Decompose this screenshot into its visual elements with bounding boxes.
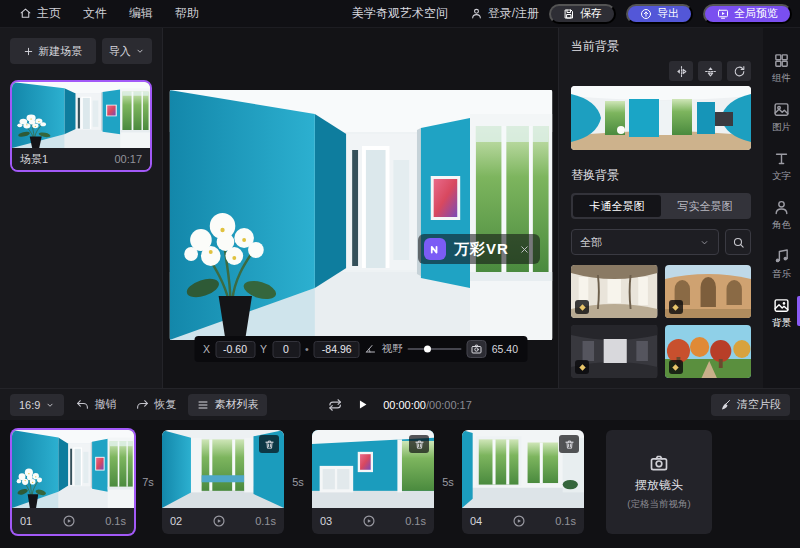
- background-panel: 当前背景 替换背景 卡通全景图 写实全景图 全部: [558, 28, 763, 388]
- panorama-thumbnail-4[interactable]: [665, 325, 752, 378]
- global-preview-button[interactable]: 全局预览: [703, 4, 792, 24]
- menu-help[interactable]: 帮助: [164, 0, 210, 28]
- image-icon: [773, 101, 790, 118]
- category-select[interactable]: 全部: [571, 229, 719, 255]
- clip-number: 02: [170, 515, 182, 527]
- time-current: 00:00:00: [383, 399, 426, 411]
- save-button[interactable]: 保存: [549, 4, 616, 24]
- clear-clips-button[interactable]: 清空片段: [711, 394, 790, 416]
- scene-name: 场景1: [20, 152, 48, 167]
- new-scene-button[interactable]: 新建场景: [10, 38, 96, 64]
- current-background-panorama[interactable]: [571, 86, 751, 150]
- sidebar-item-images[interactable]: 图片: [763, 93, 800, 142]
- project-title[interactable]: 美学奇观艺术空间: [352, 5, 448, 22]
- resource-badge: [669, 360, 683, 374]
- search-icon: [732, 236, 745, 249]
- gem-icon: [671, 363, 680, 372]
- sidebar-item-components[interactable]: 组件: [763, 44, 800, 93]
- y-input[interactable]: [272, 341, 300, 358]
- view-controls-bar: X Y • 视野 65.40: [194, 336, 527, 362]
- sidebar-item-label: 组件: [772, 72, 791, 85]
- timeline-clip-1[interactable]: 01 0.1s: [12, 430, 134, 534]
- sidebar-item-label: 图片: [772, 121, 791, 134]
- redo-label: 恢复: [154, 397, 176, 412]
- panorama-thumbnail-2[interactable]: [665, 265, 752, 318]
- import-label: 导入: [109, 44, 131, 59]
- timeline-toolbar: 16:9 撤销 恢复 素材列表 00:00:00/00:00:17 清空片段: [0, 388, 800, 420]
- clip-number: 01: [20, 515, 32, 527]
- timeline-clip-4[interactable]: 04 0.1s: [462, 430, 584, 534]
- topbar: 主页 文件 编辑 帮助 美学奇观艺术空间 登录/注册 保存 导出 全局预览: [0, 0, 800, 28]
- scene-duration: 00:17: [114, 153, 142, 165]
- scene-thumbnail: [12, 82, 150, 148]
- snapshot-camera-button[interactable]: [467, 340, 487, 358]
- save-label: 保存: [580, 6, 602, 21]
- search-button[interactable]: [725, 229, 751, 255]
- login-button[interactable]: 登录/注册: [470, 5, 539, 22]
- panorama-thumbnail-1[interactable]: [571, 265, 658, 318]
- watermark: 万彩VR: [418, 234, 540, 264]
- export-button[interactable]: 导出: [626, 4, 693, 24]
- place-camera-button[interactable]: 摆放镜头 (定格当前视角): [606, 430, 712, 534]
- x-input[interactable]: [215, 341, 255, 358]
- clip-duration: 0.1s: [255, 515, 276, 527]
- sidebar-item-background[interactable]: 背景: [763, 289, 800, 338]
- clip-play-icon[interactable]: [362, 514, 376, 528]
- gem-icon: [578, 363, 587, 372]
- clip-gap-duration: 5s: [284, 476, 312, 488]
- sidebar-item-text[interactable]: 文字: [763, 142, 800, 191]
- clip-gap-duration: 7s: [134, 476, 162, 488]
- clip-delete-button[interactable]: [259, 435, 279, 453]
- resource-badge: [669, 300, 683, 314]
- clip-gap-duration: 5s: [434, 476, 462, 488]
- trash-icon: [414, 439, 425, 450]
- clip-play-icon[interactable]: [62, 514, 76, 528]
- play-button[interactable]: [356, 398, 369, 411]
- background-filter-row: 全部: [571, 229, 751, 255]
- flip-vertical-button[interactable]: [698, 61, 722, 81]
- panorama-library-grid: [571, 265, 751, 378]
- clip-delete-button[interactable]: [559, 435, 579, 453]
- clip-play-icon[interactable]: [512, 514, 526, 528]
- clip-delete-button[interactable]: [409, 435, 429, 453]
- separator-dot: •: [305, 343, 309, 355]
- clip-play-icon[interactable]: [212, 514, 226, 528]
- watermark-close-icon[interactable]: [519, 244, 530, 255]
- flip-horizontal-button[interactable]: [669, 61, 693, 81]
- angle-icon: [365, 343, 377, 355]
- sidebar-item-music[interactable]: 音乐: [763, 240, 800, 289]
- timeline-clip-2[interactable]: 02 0.1s: [162, 430, 284, 534]
- materials-list-button[interactable]: 素材列表: [188, 394, 267, 416]
- home-icon: [19, 7, 32, 20]
- sidebar-item-label: 音乐: [772, 268, 791, 281]
- flip-horizontal-icon: [675, 65, 688, 78]
- menu-home[interactable]: 主页: [8, 0, 72, 28]
- slider-thumb[interactable]: [424, 346, 431, 353]
- menu-edit[interactable]: 编辑: [118, 0, 164, 28]
- rotate-button[interactable]: [727, 61, 751, 81]
- timeline-clip-3[interactable]: 03 0.1s: [312, 430, 434, 534]
- fov-label: 视野: [382, 342, 403, 356]
- sidebar-item-characters[interactable]: 角色: [763, 191, 800, 240]
- background-tools: [571, 61, 751, 81]
- undo-button[interactable]: 撤销: [68, 394, 124, 416]
- redo-button[interactable]: 恢复: [128, 394, 184, 416]
- tab-cartoon-panorama[interactable]: 卡通全景图: [573, 195, 661, 217]
- tab-realistic-panorama[interactable]: 写实全景图: [661, 195, 749, 217]
- rotation-input[interactable]: [314, 341, 360, 358]
- scene-card-selected[interactable]: 场景1 00:17: [10, 80, 152, 172]
- resource-badge: [575, 360, 589, 374]
- loop-icon[interactable]: [328, 398, 342, 412]
- scene-preview-viewport[interactable]: [169, 90, 552, 340]
- panorama-thumbnail-3[interactable]: [571, 325, 658, 378]
- clip-duration: 0.1s: [405, 515, 426, 527]
- fov-slider[interactable]: [408, 340, 462, 358]
- save-icon: [563, 8, 575, 20]
- import-button[interactable]: 导入: [102, 38, 152, 64]
- menu-file[interactable]: 文件: [72, 0, 118, 28]
- undo-label: 撤销: [94, 397, 116, 412]
- wancai-logo-icon: [424, 238, 446, 260]
- aspect-ratio-button[interactable]: 16:9: [10, 394, 64, 416]
- clip-footer: 03 0.1s: [312, 508, 434, 534]
- preview-label: 全局预览: [734, 6, 778, 21]
